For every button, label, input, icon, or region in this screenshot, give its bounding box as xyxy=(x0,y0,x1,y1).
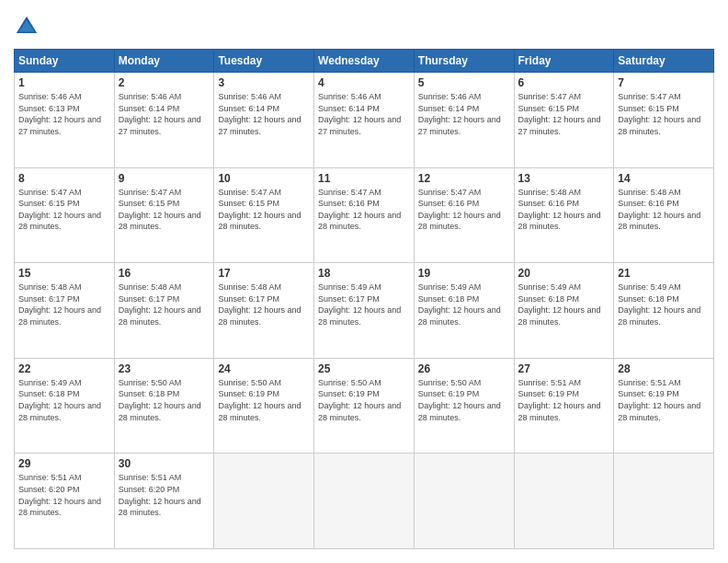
day-info: Sunrise: 5:51 AM Sunset: 6:19 PM Dayligh… xyxy=(518,377,610,423)
day-info: Sunrise: 5:47 AM Sunset: 6:15 PM Dayligh… xyxy=(18,187,110,233)
calendar-week-3: 15 Sunrise: 5:48 AM Sunset: 6:17 PM Dayl… xyxy=(15,263,714,359)
column-header-saturday: Saturday xyxy=(614,50,714,73)
calendar-cell: 10 Sunrise: 5:47 AM Sunset: 6:15 PM Dayl… xyxy=(214,167,314,263)
calendar-cell: 16 Sunrise: 5:48 AM Sunset: 6:17 PM Dayl… xyxy=(114,263,214,359)
day-number: 27 xyxy=(518,362,610,375)
day-info: Sunrise: 5:51 AM Sunset: 6:20 PM Dayligh… xyxy=(119,472,210,518)
day-info: Sunrise: 5:51 AM Sunset: 6:20 PM Dayligh… xyxy=(18,472,110,518)
calendar-cell: 6 Sunrise: 5:47 AM Sunset: 6:15 PM Dayli… xyxy=(514,73,614,168)
day-info: Sunrise: 5:50 AM Sunset: 6:19 PM Dayligh… xyxy=(418,377,510,423)
day-info: Sunrise: 5:46 AM Sunset: 6:14 PM Dayligh… xyxy=(119,91,210,137)
calendar-cell: 7 Sunrise: 5:47 AM Sunset: 6:15 PM Dayli… xyxy=(614,73,714,168)
calendar-cell: 3 Sunrise: 5:46 AM Sunset: 6:14 PM Dayli… xyxy=(214,73,314,168)
day-number: 18 xyxy=(318,267,410,280)
column-header-tuesday: Tuesday xyxy=(214,50,314,73)
day-number: 8 xyxy=(18,172,110,185)
day-info: Sunrise: 5:48 AM Sunset: 6:16 PM Dayligh… xyxy=(618,187,710,233)
day-info: Sunrise: 5:50 AM Sunset: 6:18 PM Dayligh… xyxy=(119,377,210,423)
day-number: 16 xyxy=(119,267,210,280)
day-info: Sunrise: 5:46 AM Sunset: 6:13 PM Dayligh… xyxy=(18,91,110,137)
calendar-cell xyxy=(614,454,714,549)
calendar-cell: 15 Sunrise: 5:48 AM Sunset: 6:17 PM Dayl… xyxy=(15,263,115,359)
calendar-cell: 27 Sunrise: 5:51 AM Sunset: 6:19 PM Dayl… xyxy=(514,358,614,454)
calendar-cell: 23 Sunrise: 5:50 AM Sunset: 6:18 PM Dayl… xyxy=(114,358,214,454)
day-info: Sunrise: 5:48 AM Sunset: 6:17 PM Dayligh… xyxy=(119,282,210,327)
calendar-week-5: 29 Sunrise: 5:51 AM Sunset: 6:20 PM Dayl… xyxy=(15,454,714,549)
calendar-cell: 24 Sunrise: 5:50 AM Sunset: 6:19 PM Dayl… xyxy=(214,358,314,454)
day-info: Sunrise: 5:49 AM Sunset: 6:17 PM Dayligh… xyxy=(318,282,410,327)
day-number: 7 xyxy=(618,76,710,89)
day-number: 23 xyxy=(119,362,210,375)
day-info: Sunrise: 5:49 AM Sunset: 6:18 PM Dayligh… xyxy=(618,282,710,327)
calendar-cell: 20 Sunrise: 5:49 AM Sunset: 6:18 PM Dayl… xyxy=(514,263,614,359)
day-info: Sunrise: 5:51 AM Sunset: 6:19 PM Dayligh… xyxy=(618,377,710,423)
calendar-cell xyxy=(314,454,415,549)
calendar-week-1: 1 Sunrise: 5:46 AM Sunset: 6:13 PM Dayli… xyxy=(15,73,714,168)
day-number: 21 xyxy=(618,267,710,280)
day-number: 3 xyxy=(218,76,310,89)
day-info: Sunrise: 5:49 AM Sunset: 6:18 PM Dayligh… xyxy=(518,282,610,327)
day-number: 26 xyxy=(418,362,510,375)
day-info: Sunrise: 5:47 AM Sunset: 6:15 PM Dayligh… xyxy=(518,91,610,137)
day-number: 22 xyxy=(18,362,110,375)
calendar-cell: 21 Sunrise: 5:49 AM Sunset: 6:18 PM Dayl… xyxy=(614,263,714,359)
day-info: Sunrise: 5:49 AM Sunset: 6:18 PM Dayligh… xyxy=(418,282,510,327)
calendar-table: SundayMondayTuesdayWednesdayThursdayFrid… xyxy=(14,49,714,549)
calendar-cell: 2 Sunrise: 5:46 AM Sunset: 6:14 PM Dayli… xyxy=(114,73,214,168)
calendar-cell: 17 Sunrise: 5:48 AM Sunset: 6:17 PM Dayl… xyxy=(214,263,314,359)
calendar-cell xyxy=(414,454,514,549)
day-number: 17 xyxy=(218,267,310,280)
day-info: Sunrise: 5:50 AM Sunset: 6:19 PM Dayligh… xyxy=(218,377,310,423)
calendar-header-row: SundayMondayTuesdayWednesdayThursdayFrid… xyxy=(15,50,714,73)
calendar-cell: 5 Sunrise: 5:46 AM Sunset: 6:14 PM Dayli… xyxy=(414,73,514,168)
day-number: 9 xyxy=(119,172,210,185)
day-info: Sunrise: 5:48 AM Sunset: 6:16 PM Dayligh… xyxy=(518,187,610,233)
calendar-cell xyxy=(514,454,614,549)
day-number: 13 xyxy=(518,172,610,185)
calendar-cell: 1 Sunrise: 5:46 AM Sunset: 6:13 PM Dayli… xyxy=(15,73,115,168)
calendar-cell: 30 Sunrise: 5:51 AM Sunset: 6:20 PM Dayl… xyxy=(114,454,214,549)
day-info: Sunrise: 5:47 AM Sunset: 6:15 PM Dayligh… xyxy=(618,91,710,137)
calendar-cell: 14 Sunrise: 5:48 AM Sunset: 6:16 PM Dayl… xyxy=(614,167,714,263)
day-number: 1 xyxy=(18,76,110,89)
calendar-cell: 22 Sunrise: 5:49 AM Sunset: 6:18 PM Dayl… xyxy=(15,358,115,454)
day-info: Sunrise: 5:48 AM Sunset: 6:17 PM Dayligh… xyxy=(218,282,310,327)
calendar-cell: 11 Sunrise: 5:47 AM Sunset: 6:16 PM Dayl… xyxy=(314,167,415,263)
column-header-friday: Friday xyxy=(514,50,614,73)
column-header-monday: Monday xyxy=(114,50,214,73)
day-info: Sunrise: 5:47 AM Sunset: 6:16 PM Dayligh… xyxy=(418,187,510,233)
calendar-cell: 13 Sunrise: 5:48 AM Sunset: 6:16 PM Dayl… xyxy=(514,167,614,263)
calendar-cell: 9 Sunrise: 5:47 AM Sunset: 6:15 PM Dayli… xyxy=(114,167,214,263)
day-number: 10 xyxy=(218,172,310,185)
day-number: 14 xyxy=(618,172,710,185)
day-info: Sunrise: 5:49 AM Sunset: 6:18 PM Dayligh… xyxy=(18,377,110,423)
day-number: 25 xyxy=(318,362,410,375)
calendar-cell: 26 Sunrise: 5:50 AM Sunset: 6:19 PM Dayl… xyxy=(414,358,514,454)
day-number: 4 xyxy=(318,76,410,89)
day-info: Sunrise: 5:48 AM Sunset: 6:17 PM Dayligh… xyxy=(18,282,110,327)
calendar-week-4: 22 Sunrise: 5:49 AM Sunset: 6:18 PM Dayl… xyxy=(15,358,714,454)
header xyxy=(14,14,714,40)
calendar-cell: 28 Sunrise: 5:51 AM Sunset: 6:19 PM Dayl… xyxy=(614,358,714,454)
day-info: Sunrise: 5:46 AM Sunset: 6:14 PM Dayligh… xyxy=(418,91,510,137)
day-info: Sunrise: 5:46 AM Sunset: 6:14 PM Dayligh… xyxy=(218,91,310,137)
day-number: 28 xyxy=(618,362,710,375)
calendar-week-2: 8 Sunrise: 5:47 AM Sunset: 6:15 PM Dayli… xyxy=(15,167,714,263)
calendar-cell xyxy=(214,454,314,549)
day-info: Sunrise: 5:47 AM Sunset: 6:15 PM Dayligh… xyxy=(119,187,210,233)
day-number: 2 xyxy=(119,76,210,89)
day-number: 20 xyxy=(518,267,610,280)
page: SundayMondayTuesdayWednesdayThursdayFrid… xyxy=(0,0,728,563)
logo-icon xyxy=(14,14,40,40)
day-info: Sunrise: 5:47 AM Sunset: 6:16 PM Dayligh… xyxy=(318,187,410,233)
day-info: Sunrise: 5:47 AM Sunset: 6:15 PM Dayligh… xyxy=(218,187,310,233)
day-number: 12 xyxy=(418,172,510,185)
logo xyxy=(14,14,43,40)
calendar-cell: 8 Sunrise: 5:47 AM Sunset: 6:15 PM Dayli… xyxy=(15,167,115,263)
column-header-thursday: Thursday xyxy=(414,50,514,73)
day-number: 30 xyxy=(119,457,210,470)
day-number: 6 xyxy=(518,76,610,89)
day-number: 5 xyxy=(418,76,510,89)
day-number: 11 xyxy=(318,172,410,185)
day-number: 19 xyxy=(418,267,510,280)
